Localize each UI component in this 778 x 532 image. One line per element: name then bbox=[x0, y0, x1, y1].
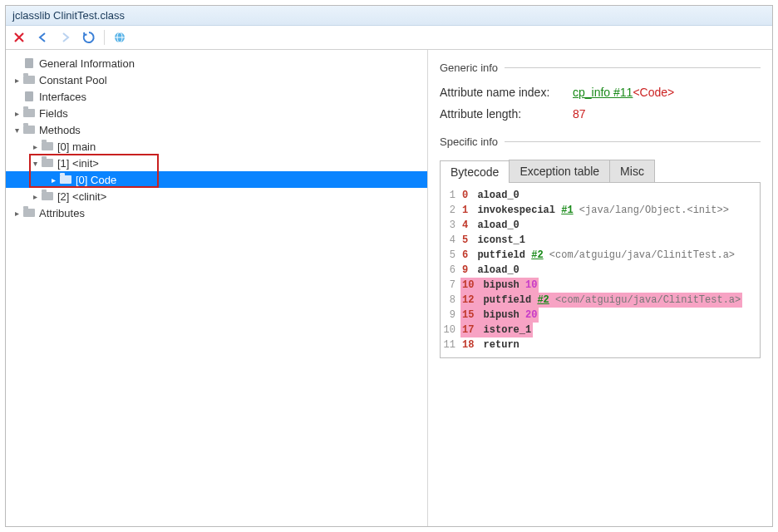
bytecode-row: 1118 return bbox=[442, 337, 758, 352]
bytecode-row: 1017 istore_1 bbox=[442, 323, 758, 337]
tree-label: Interfaces bbox=[39, 91, 86, 103]
tree-label: [0] main bbox=[57, 140, 96, 153]
app-window: jclasslib ClinitTest.class General Infor… bbox=[5, 5, 773, 527]
close-icon[interactable] bbox=[11, 29, 27, 46]
tree-item[interactable]: ▸Fields bbox=[6, 105, 427, 121]
bytecode-row: 56 putfield #2 <com/atguigu/java/ClinitT… bbox=[442, 248, 758, 263]
folder-icon bbox=[59, 174, 72, 185]
globe-icon[interactable] bbox=[111, 29, 128, 46]
chevron-down-icon[interactable]: ▾ bbox=[29, 159, 41, 168]
body: General Information▸Constant PoolInterfa… bbox=[6, 50, 772, 526]
tab-exception-table[interactable]: Exception table bbox=[509, 160, 610, 182]
folder-icon bbox=[22, 74, 36, 86]
folder-icon bbox=[41, 140, 54, 152]
tab-misc[interactable]: Misc bbox=[609, 160, 655, 182]
tree-label: Constant Pool bbox=[39, 74, 107, 86]
titlebar: jclasslib ClinitTest.class bbox=[6, 6, 772, 26]
tree-label: Fields bbox=[39, 107, 68, 120]
tree-item[interactable]: General Information bbox=[6, 55, 427, 71]
tree-label: Methods bbox=[39, 124, 81, 136]
chevron-right-icon[interactable]: ▸ bbox=[11, 109, 22, 118]
refresh-icon[interactable] bbox=[81, 29, 97, 46]
details-panel: Generic info Attribute name index:cp_inf… bbox=[428, 50, 772, 526]
folder-icon bbox=[22, 124, 36, 135]
chevron-right-icon[interactable]: ▸ bbox=[11, 76, 22, 85]
tree-item[interactable]: ▸Attributes bbox=[6, 204, 427, 221]
tree-item[interactable]: ▾Methods bbox=[6, 121, 427, 138]
bytecode-row: 69 aload_0 bbox=[442, 263, 758, 278]
tree-item[interactable]: Interfaces bbox=[6, 88, 427, 105]
cp-ref[interactable]: #2 bbox=[531, 249, 543, 261]
toolbar bbox=[6, 26, 772, 50]
chevron-right-icon[interactable]: ▸ bbox=[11, 209, 22, 218]
forward-icon[interactable] bbox=[57, 29, 74, 46]
chevron-right-icon[interactable]: ▸ bbox=[29, 192, 41, 201]
tab-bytecode[interactable]: Bytecode bbox=[440, 160, 510, 183]
tree-item[interactable]: ▸[0] Code bbox=[6, 171, 427, 188]
tree-item[interactable]: ▸[2] <clinit> bbox=[6, 188, 427, 204]
folder-icon bbox=[41, 157, 54, 169]
chevron-right-icon[interactable]: ▸ bbox=[47, 175, 59, 185]
kv-key: Attribute length: bbox=[440, 107, 573, 121]
bytecode-listing: 10 aload_021 invokespecial #1 <java/lang… bbox=[440, 183, 761, 358]
kv-value: <Code> bbox=[633, 86, 674, 99]
tree-item[interactable]: ▸Constant Pool bbox=[6, 71, 427, 88]
bytecode-row: 45 iconst_1 bbox=[442, 233, 758, 248]
cp-ref[interactable]: #2 bbox=[537, 294, 549, 306]
bytecode-row: 812 putfield #2 <com/atguigu/java/Clinit… bbox=[442, 293, 758, 308]
window-title: jclasslib ClinitTest.class bbox=[12, 9, 125, 22]
cp-ref[interactable]: #1 bbox=[561, 204, 573, 216]
chevron-down-icon[interactable]: ▾ bbox=[11, 126, 22, 135]
folder-icon bbox=[22, 207, 36, 219]
specific-header: Specific info bbox=[440, 135, 761, 148]
tree-label: Attributes bbox=[39, 207, 85, 219]
bytecode-row: 21 invokespecial #1 <java/lang/Object.<i… bbox=[442, 203, 758, 218]
tree-label: [2] <clinit> bbox=[57, 190, 106, 203]
bytecode-row: 10 aload_0 bbox=[442, 188, 758, 203]
cp-link[interactable]: cp_info #11 bbox=[573, 86, 633, 99]
kv-key: Attribute name index: bbox=[440, 86, 573, 99]
tree-label: General Information bbox=[39, 57, 135, 70]
bytecode-row: 34 aload_0 bbox=[442, 218, 758, 233]
tree-label: [0] Code bbox=[76, 174, 116, 186]
bytecode-row: 915 bipush 20 bbox=[442, 308, 758, 323]
folder-icon bbox=[41, 190, 54, 202]
tree-item[interactable]: ▾[1] <init> bbox=[6, 155, 427, 171]
file-icon bbox=[22, 57, 36, 69]
back-icon[interactable] bbox=[34, 29, 51, 46]
tree-label: [1] <init> bbox=[57, 157, 99, 170]
folder-icon bbox=[22, 107, 36, 119]
chevron-right-icon[interactable]: ▸ bbox=[29, 142, 41, 151]
kv-row: Attribute length:87 bbox=[440, 107, 761, 121]
tabs: BytecodeException tableMisc bbox=[440, 160, 761, 183]
kv-value: 87 bbox=[573, 107, 586, 121]
bytecode-row: 710 bipush 10 bbox=[442, 278, 758, 293]
tree[interactable]: General Information▸Constant PoolInterfa… bbox=[6, 50, 428, 526]
generic-header: Generic info bbox=[440, 62, 761, 74]
tree-item[interactable]: ▸[0] main bbox=[6, 138, 427, 155]
file-icon bbox=[22, 91, 36, 102]
kv-row: Attribute name index:cp_info #11 <Code> bbox=[440, 86, 761, 99]
